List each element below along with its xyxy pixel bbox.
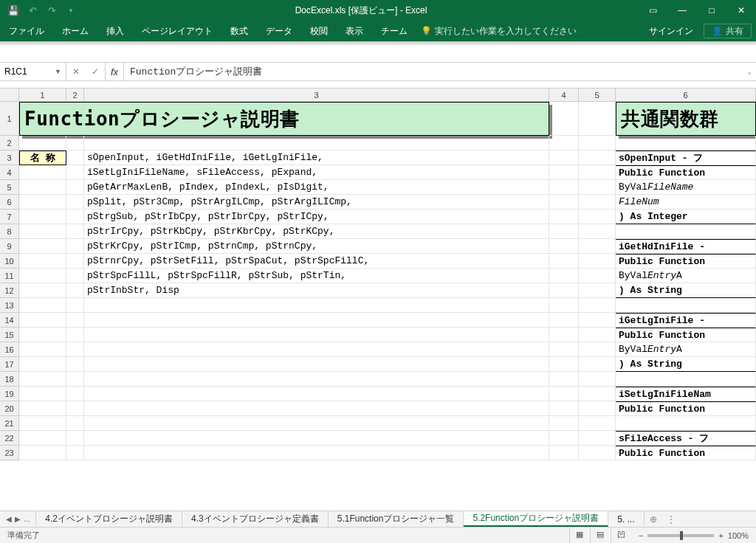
cell[interactable] <box>549 151 579 165</box>
cell[interactable] <box>579 298 616 313</box>
cell[interactable] <box>19 136 66 151</box>
cell[interactable]: ) As Integer <box>616 210 756 224</box>
row-header[interactable]: 6 <box>0 195 19 210</box>
cell[interactable] <box>19 357 66 372</box>
cell[interactable]: pSplit, pStr3Cmp, pStrArgILCmp, pStrArgI… <box>84 195 549 210</box>
cell[interactable] <box>549 210 579 224</box>
zoom-level[interactable]: 100% <box>728 531 749 540</box>
cell[interactable] <box>66 136 84 151</box>
close-icon[interactable]: ✕ <box>726 0 756 21</box>
confirm-formula-icon[interactable]: ✓ <box>86 66 105 77</box>
row-header[interactable]: 1 <box>0 102 19 136</box>
cell[interactable] <box>19 416 66 431</box>
cell[interactable] <box>579 239 616 254</box>
cell[interactable] <box>579 136 616 151</box>
share-button[interactable]: 👤共有 <box>704 24 752 38</box>
ribbon-tab[interactable]: チーム <box>372 21 416 41</box>
cell[interactable] <box>549 372 579 387</box>
col-header[interactable]: 4 <box>549 89 579 101</box>
cell[interactable] <box>66 180 84 195</box>
row-header[interactable]: 8 <box>0 224 19 239</box>
cell[interactable] <box>66 431 84 446</box>
cell[interactable] <box>66 254 84 269</box>
cell[interactable]: sOpenInput, iGetHdIniFile, iGetLgIniFile… <box>84 151 549 165</box>
cell[interactable] <box>19 210 66 224</box>
cell[interactable] <box>549 431 579 446</box>
cell[interactable] <box>66 328 84 342</box>
sheet-menu-icon[interactable]: ⋮ <box>662 511 680 527</box>
cell[interactable] <box>549 239 579 254</box>
cell[interactable] <box>549 224 579 239</box>
cell[interactable] <box>66 151 84 165</box>
cell[interactable] <box>66 269 84 283</box>
cell[interactable] <box>579 254 616 269</box>
cell[interactable] <box>84 136 549 151</box>
cell[interactable] <box>19 401 66 416</box>
cell[interactable]: pStrgSub, pStrIbCpy, pStrIbrCpy, pStrICp… <box>84 210 549 224</box>
sheet-tab[interactable]: 4.2イベントプロシージャ説明書 <box>36 511 182 527</box>
cell[interactable] <box>579 372 616 387</box>
cell[interactable]: Public Function <box>616 165 756 180</box>
ribbon-tab[interactable]: 校閲 <box>301 21 337 41</box>
cell[interactable] <box>549 254 579 269</box>
cell[interactable] <box>19 313 66 328</box>
ribbon-tab[interactable]: ページレイアウト <box>133 21 221 41</box>
cell[interactable] <box>66 165 84 180</box>
cell[interactable]: sOpenInput - フ <box>616 151 756 165</box>
sheet-tab[interactable]: 5. ... <box>608 511 644 527</box>
cell[interactable]: pStrKrCpy, pStrICmp, pStrnCmp, pStrnCpy, <box>84 239 549 254</box>
ribbon-tab[interactable]: 数式 <box>221 21 257 41</box>
cancel-formula-icon[interactable]: ✕ <box>66 66 86 77</box>
cell[interactable]: Public Function <box>616 328 756 342</box>
cell[interactable] <box>579 416 616 431</box>
row-header[interactable]: 9 <box>0 239 19 254</box>
row-header[interactable]: 17 <box>0 357 19 372</box>
name-box[interactable]: R1C1▼ <box>0 63 66 80</box>
title-right[interactable]: 共通関数群 <box>616 102 756 136</box>
cell[interactable] <box>19 446 66 460</box>
cell[interactable] <box>66 210 84 224</box>
cell[interactable] <box>549 357 579 372</box>
row-header[interactable]: 4 <box>0 165 19 180</box>
cell[interactable] <box>84 387 549 401</box>
cell[interactable] <box>66 401 84 416</box>
maximize-icon[interactable]: □ <box>697 0 726 21</box>
cell[interactable] <box>66 283 84 298</box>
save-icon[interactable]: 💾 <box>4 1 22 19</box>
row-header[interactable]: 16 <box>0 342 19 357</box>
row-header[interactable]: 15 <box>0 328 19 342</box>
cell[interactable] <box>579 195 616 210</box>
row-header[interactable]: 18 <box>0 372 19 387</box>
cell[interactable] <box>19 342 66 357</box>
cell[interactable] <box>84 446 549 460</box>
row-header[interactable]: 3 <box>0 151 19 165</box>
cell[interactable] <box>66 416 84 431</box>
page-break-icon[interactable]: 凹 <box>611 528 631 543</box>
row-header[interactable]: 22 <box>0 431 19 446</box>
ribbon-tab[interactable]: データ <box>257 21 301 41</box>
cell[interactable] <box>84 372 549 387</box>
row-header[interactable]: 20 <box>0 401 19 416</box>
cell[interactable]: pStrInbStr, Disp <box>84 283 549 298</box>
row-header[interactable]: 19 <box>0 387 19 401</box>
zoom-slider[interactable] <box>647 534 714 537</box>
cell[interactable] <box>66 239 84 254</box>
cell[interactable] <box>579 224 616 239</box>
qat-dropdown-icon[interactable]: ▼ <box>62 1 80 19</box>
cell[interactable] <box>579 180 616 195</box>
cell[interactable] <box>19 431 66 446</box>
cell[interactable] <box>549 298 579 313</box>
cell[interactable]: ByVal Entry A <box>616 342 756 357</box>
sheet-tab[interactable]: 4.3イベントプロシージャ定義書 <box>182 511 329 527</box>
add-sheet-icon[interactable]: ⊕ <box>645 511 662 527</box>
cell[interactable] <box>549 165 579 180</box>
cell[interactable] <box>616 298 756 313</box>
row-header[interactable]: 13 <box>0 298 19 313</box>
row-header[interactable]: 21 <box>0 416 19 431</box>
cell[interactable] <box>579 357 616 372</box>
cell[interactable] <box>19 195 66 210</box>
cell[interactable]: ByVal FileName <box>616 180 756 195</box>
cell[interactable] <box>66 357 84 372</box>
cell[interactable] <box>66 313 84 328</box>
cell[interactable] <box>579 401 616 416</box>
